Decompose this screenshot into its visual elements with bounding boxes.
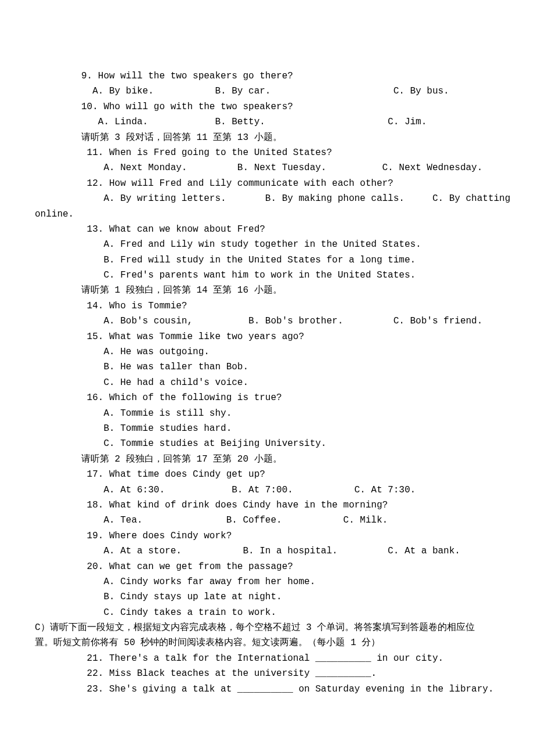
question-20-option-b: B. Cindy stays up late at night. bbox=[81, 589, 482, 604]
question-16-option-b: B. Tommie studies hard. bbox=[81, 421, 482, 436]
question-22: 22. Miss Black teaches at the university… bbox=[81, 666, 482, 681]
question-11: 11. When is Fred going to the United Sta… bbox=[81, 145, 482, 160]
document-page: 9. How will the two speakers go there? A… bbox=[35, 69, 499, 697]
question-18-options: A. Tea. B. Coffee. C. Milk. bbox=[81, 513, 482, 528]
section-c-instruction: C）请听下面一段短文，根据短文内容完成表格，每个空格不超过 3 个单词。将答案填… bbox=[35, 620, 482, 651]
question-10-options: A. Linda. B. Betty. C. Jim. bbox=[81, 114, 482, 129]
question-14-options: A. Bob's cousin, B. Bob's brother. C. Bo… bbox=[81, 314, 482, 329]
question-15: 15. What was Tommie like two years ago? bbox=[81, 329, 482, 344]
question-15-option-a: A. He was outgoing. bbox=[81, 344, 482, 359]
question-16-option-a: A. Tommie is still shy. bbox=[81, 406, 482, 421]
question-18: 18. What kind of drink does Cindy have i… bbox=[81, 498, 482, 513]
question-21: 21. There's a talk for the International… bbox=[81, 651, 482, 666]
question-19-options: A. At a store. B. In a hospital. C. At a… bbox=[81, 543, 482, 559]
question-13-option-b: B. Fred will study in the United States … bbox=[81, 253, 482, 268]
instruction-dialogue-3: 请听第 3 段对话，回答第 11 至第 13 小题。 bbox=[81, 130, 482, 145]
question-20-option-c: C. Cindy takes a train to work. bbox=[81, 605, 482, 620]
question-11-options: A. Next Monday. B. Next Tuesday. C. Next… bbox=[81, 160, 482, 175]
instruction-monologue-1: 请听第 1 段独白，回答第 14 至第 16 小题。 bbox=[81, 283, 482, 298]
question-12: 12. How will Fred and Lily communicate w… bbox=[81, 176, 482, 191]
question-13: 13. What can we know about Fred? bbox=[81, 222, 482, 237]
question-23: 23. She's giving a talk at __________ on… bbox=[81, 682, 482, 697]
question-12-option-c-wrap: online. bbox=[35, 207, 482, 222]
question-9: 9. How will the two speakers go there? bbox=[81, 69, 482, 84]
question-9-options: A. By bike. B. By car. C. By bus. bbox=[81, 84, 482, 99]
question-16-option-c: C. Tommie studies at Beijing University. bbox=[81, 436, 482, 451]
question-12-options-ab: A. By writing letters. B. By making phon… bbox=[81, 191, 482, 206]
question-17: 17. What time does Cindy get up? bbox=[81, 467, 482, 482]
question-10: 10. Who will go with the two speakers? bbox=[81, 99, 482, 114]
question-16: 16. Which of the following is true? bbox=[81, 390, 482, 405]
question-20-option-a: A. Cindy works far away from her home. bbox=[81, 574, 482, 589]
instruction-monologue-2: 请听第 2 段独白，回答第 17 至第 20 小题。 bbox=[81, 452, 482, 467]
question-20: 20. What can we get from the passage? bbox=[81, 559, 482, 574]
question-17-options: A. At 6:30. B. At 7:00. C. At 7:30. bbox=[81, 483, 482, 498]
question-15-option-c: C. He had a child's voice. bbox=[81, 375, 482, 390]
question-14: 14. Who is Tommie? bbox=[81, 298, 482, 314]
question-15-option-b: B. He was taller than Bob. bbox=[81, 359, 482, 375]
question-13-option-a: A. Fred and Lily win study together in t… bbox=[81, 237, 482, 252]
question-19: 19. Where does Cindy work? bbox=[81, 528, 482, 543]
question-13-option-c: C. Fred's parents want him to work in th… bbox=[81, 268, 482, 283]
